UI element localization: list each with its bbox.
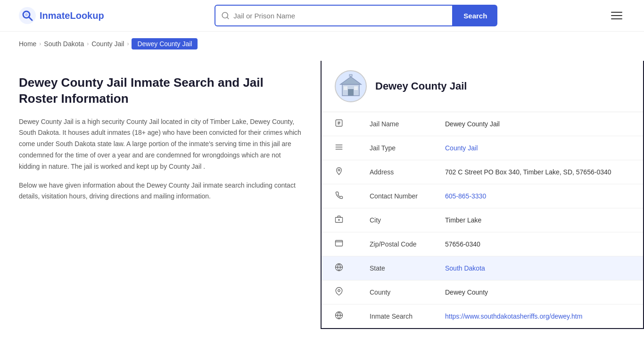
breadcrumb: Home › South Dakota › County Jail › Dewe… bbox=[0, 32, 644, 56]
state-label: State bbox=[356, 256, 432, 280]
breadcrumb-sep-1: › bbox=[39, 41, 41, 47]
search-button[interactable]: Search bbox=[453, 5, 497, 26]
table-row-highlighted: State South Dakota bbox=[322, 256, 643, 280]
card-header: Dewey County Jail bbox=[322, 61, 643, 112]
facility-details-table: Jail Name Dewey County Jail Jail Type Co… bbox=[322, 112, 643, 328]
table-row: Jail Name Dewey County Jail bbox=[322, 112, 643, 136]
menu-line-2 bbox=[611, 15, 622, 16]
contact-label: Contact Number bbox=[356, 184, 432, 208]
breadcrumb-state[interactable]: South Dakota bbox=[44, 40, 84, 48]
search-icon bbox=[221, 11, 230, 20]
county-icon bbox=[322, 280, 356, 304]
building-icon bbox=[339, 74, 363, 99]
county-label: County bbox=[356, 280, 432, 304]
zip-icon bbox=[322, 232, 356, 256]
search-wrapper bbox=[215, 5, 453, 26]
main-content: Dewey County Jail Inmate Search and Jail… bbox=[0, 56, 644, 339]
search-area: Search bbox=[215, 5, 497, 26]
jail-name-value: Dewey County Jail bbox=[432, 112, 643, 136]
table-row: Address 702 C Street PO Box 340, Timber … bbox=[322, 160, 643, 184]
inmate-search-value: https://www.southdakotasheriffs.org/dewe… bbox=[432, 304, 643, 329]
jail-type-label: Jail Type bbox=[356, 136, 432, 160]
table-row: Contact Number 605-865-3330 bbox=[322, 184, 643, 208]
logo-icon bbox=[19, 7, 36, 24]
breadcrumb-type[interactable]: County Jail bbox=[91, 40, 124, 48]
breadcrumb-sep-3: › bbox=[127, 41, 129, 47]
svg-rect-10 bbox=[354, 86, 358, 90]
state-icon bbox=[322, 256, 356, 280]
jail-type-icon bbox=[322, 136, 356, 160]
table-row: Inmate Search https://www.southdakotashe… bbox=[322, 304, 643, 329]
contact-value: 605-865-3330 bbox=[432, 184, 643, 208]
table-row: Zip/Postal Code 57656-0340 bbox=[322, 232, 643, 256]
logo-text: InmateLookup bbox=[40, 10, 104, 21]
svg-rect-21 bbox=[336, 240, 343, 246]
city-label: City bbox=[356, 208, 432, 232]
zip-label: Zip/Postal Code bbox=[356, 232, 432, 256]
description-paragraph-2: Below we have given information about th… bbox=[19, 180, 302, 203]
address-label: Address bbox=[356, 160, 432, 184]
jail-name-icon bbox=[322, 112, 356, 136]
zip-value: 57656-0340 bbox=[432, 232, 643, 256]
table-row: City Timber Lake bbox=[322, 208, 643, 232]
hamburger-menu-button[interactable] bbox=[608, 9, 625, 22]
left-content: Dewey County Jail Inmate Search and Jail… bbox=[0, 56, 321, 339]
state-value: South Dakota bbox=[432, 256, 643, 280]
inmate-search-label: Inmate Search bbox=[356, 304, 432, 329]
city-value: Timber Lake bbox=[432, 208, 643, 232]
svg-rect-12 bbox=[349, 74, 352, 76]
svg-line-5 bbox=[227, 17, 229, 18]
address-value: 702 C Street PO Box 340, Timber Lake, SD… bbox=[432, 160, 643, 184]
breadcrumb-sep-2: › bbox=[87, 41, 89, 47]
table-row: County Dewey County bbox=[322, 280, 643, 304]
svg-rect-9 bbox=[344, 86, 347, 90]
description-paragraph-1: Dewey County Jail is a high security Cou… bbox=[19, 116, 302, 173]
svg-point-17 bbox=[338, 169, 340, 171]
facility-info-card: Dewey County Jail Jail Name Dewey County… bbox=[321, 61, 644, 329]
city-icon bbox=[322, 208, 356, 232]
facility-name-heading: Dewey County Jail bbox=[375, 80, 467, 92]
header: InmateLookup Search bbox=[0, 0, 644, 32]
address-icon bbox=[322, 160, 356, 184]
facility-image bbox=[335, 70, 367, 102]
search-input[interactable] bbox=[233, 12, 446, 20]
svg-rect-8 bbox=[348, 89, 354, 96]
contact-link[interactable]: 605-865-3330 bbox=[445, 192, 486, 200]
menu-line-1 bbox=[611, 12, 622, 13]
svg-point-24 bbox=[338, 289, 340, 292]
county-value: Dewey County bbox=[432, 280, 643, 304]
logo-link[interactable]: InmateLookup bbox=[19, 7, 104, 24]
table-row: Jail Type County Jail bbox=[322, 136, 643, 160]
breadcrumb-home[interactable]: Home bbox=[19, 40, 36, 48]
inmate-search-icon bbox=[322, 304, 356, 329]
inmate-search-link[interactable]: https://www.southdakotasheriffs.org/dewe… bbox=[445, 313, 582, 320]
jail-name-label: Jail Name bbox=[356, 112, 432, 136]
breadcrumb-current: Dewey County Jail bbox=[132, 38, 198, 49]
svg-point-3 bbox=[25, 13, 28, 16]
phone-icon bbox=[322, 184, 356, 208]
page-title: Dewey County Jail Inmate Search and Jail… bbox=[19, 75, 302, 107]
jail-type-value: County Jail bbox=[432, 136, 643, 160]
state-link[interactable]: South Dakota bbox=[445, 264, 485, 272]
menu-line-3 bbox=[611, 18, 622, 19]
svg-marker-7 bbox=[340, 77, 361, 84]
jail-type-link[interactable]: County Jail bbox=[445, 144, 478, 152]
